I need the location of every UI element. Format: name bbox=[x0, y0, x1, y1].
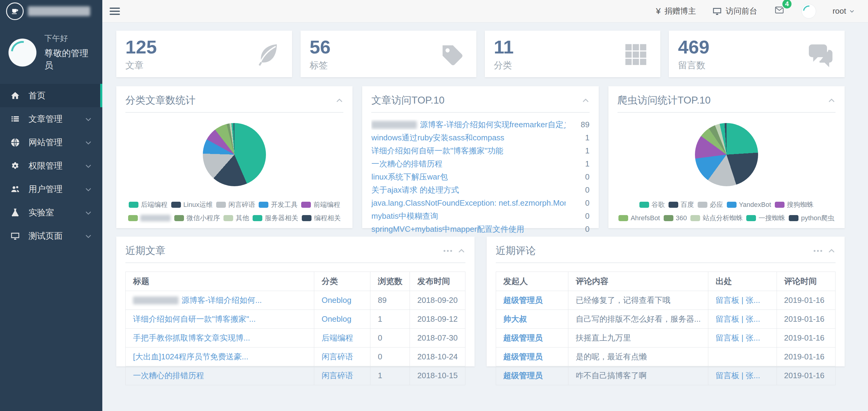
category-link[interactable]: 后端编程 bbox=[321, 333, 353, 342]
legend-item[interactable]: Linux运维 bbox=[171, 200, 213, 209]
donate-link[interactable]: ¥ 捐赠博主 bbox=[656, 6, 696, 17]
legend-item[interactable]: YandexBot bbox=[727, 200, 771, 209]
legend-item[interactable]: 360 bbox=[664, 213, 687, 223]
card-crawler-stats: 爬虫访问统计TOP.10 谷歌百度必应YandexBot搜狗蜘蛛AhrefsBo… bbox=[609, 86, 845, 228]
legend-item[interactable]: 服务器相关 bbox=[253, 213, 298, 223]
visit-site-link[interactable]: 访问前台 bbox=[712, 6, 757, 17]
collapse-icon[interactable] bbox=[828, 97, 836, 105]
sidebar-item-label: 网站管理 bbox=[29, 137, 63, 148]
category-link[interactable]: Oneblog bbox=[321, 314, 351, 324]
article-link[interactable]: 手把手教你抓取博客文章实现博... bbox=[133, 333, 250, 342]
top-article-row: windows通过ruby安装sass和compass1 bbox=[371, 131, 589, 144]
legend-label: YandexBot bbox=[739, 201, 771, 209]
view-count: 0 bbox=[585, 198, 589, 208]
sidebar-item-permissions[interactable]: 权限管理 bbox=[0, 154, 102, 177]
comment-source-link[interactable]: 留言板 | 张... bbox=[716, 333, 760, 342]
commenter-link[interactable]: 超级管理员 bbox=[503, 371, 543, 380]
legend-item[interactable]: 微信小程序 bbox=[174, 213, 220, 223]
sidebar-item-website[interactable]: 网站管理 bbox=[0, 130, 102, 154]
recent-comments-table: 发起人评论内容出处评论时间超级管理员已经修复了，记得查看下哦留言板 | 张...… bbox=[496, 271, 836, 385]
collapse-icon[interactable] bbox=[582, 97, 590, 105]
legend-item[interactable]: 站点分析蜘蛛 bbox=[690, 213, 743, 223]
legend-item[interactable]: AhrefsBot bbox=[618, 213, 660, 223]
avatar[interactable] bbox=[8, 38, 36, 66]
comment-source-link[interactable]: 留言板 | 张... bbox=[716, 371, 760, 380]
user-menu[interactable]: root bbox=[833, 6, 855, 16]
sidebar-item-test-page[interactable]: 测试页面 bbox=[0, 224, 102, 247]
sidebar-item-lab[interactable]: 实验室 bbox=[0, 201, 102, 224]
legend-label: 站点分析蜘蛛 bbox=[703, 213, 743, 223]
legend-chip bbox=[259, 202, 268, 208]
legend-item[interactable]: 谷歌 bbox=[640, 200, 665, 209]
legend-item[interactable]: 必应 bbox=[698, 200, 723, 209]
menu-toggle-icon[interactable] bbox=[110, 8, 120, 15]
comment-source-link[interactable]: 留言板 | 张... bbox=[716, 314, 760, 324]
legend-chip bbox=[174, 215, 184, 221]
article-link[interactable]: windows通过ruby安装sass和compass bbox=[371, 133, 504, 143]
sidebar-item-home[interactable]: 首页 bbox=[0, 84, 102, 107]
more-options-icon[interactable] bbox=[443, 250, 452, 252]
comment-date: 2019-01-16 bbox=[777, 348, 835, 366]
article-link[interactable]: 关于ajax请求 的处理方式 bbox=[371, 185, 459, 195]
article-link[interactable]: 源博客-详细介绍如何... bbox=[133, 296, 262, 305]
article-link[interactable]: [大出血]1024程序员节免费送豪... bbox=[133, 352, 248, 361]
commenter-link[interactable]: 超级管理员 bbox=[503, 296, 543, 305]
legend-label: 谷歌 bbox=[652, 200, 665, 209]
legend-item[interactable]: 一搜蜘蛛 bbox=[746, 213, 785, 223]
messages-button[interactable]: 4 bbox=[774, 5, 785, 17]
legend-item[interactable]: 前端编程 bbox=[301, 200, 340, 209]
sidebar-item-label: 实验室 bbox=[29, 207, 54, 218]
category-pie-legend: 后端编程Linux运维闲言碎语开发工具前端编程微信小程序其他服务器相关编程相关 bbox=[125, 200, 343, 223]
stat-card-categories: 11分类 bbox=[485, 31, 661, 77]
category-pie-chart[interactable] bbox=[203, 123, 266, 186]
commenter-link[interactable]: 超级管理员 bbox=[503, 352, 543, 361]
top-article-row: 源博客-详细介绍如何实现freemarker自定义标签89 bbox=[371, 118, 589, 131]
leaf-icon bbox=[255, 41, 281, 67]
legend-item[interactable]: 闲言碎语 bbox=[216, 200, 255, 209]
article-link[interactable]: 源博客-详细介绍如何实现freemarker自定义标签 bbox=[371, 119, 566, 130]
legend-item[interactable]: 其他 bbox=[223, 213, 249, 223]
collapse-icon[interactable] bbox=[336, 97, 343, 105]
collapse-icon[interactable] bbox=[458, 247, 465, 255]
user-avatar[interactable] bbox=[802, 4, 816, 19]
article-link[interactable]: 详细介绍如何自研一款"博客搬家"功能 bbox=[371, 146, 503, 156]
legend-item[interactable]: 编程相关 bbox=[302, 213, 341, 223]
legend-item[interactable]: 百度 bbox=[669, 200, 694, 209]
article-link[interactable]: mybatis中模糊查询 bbox=[371, 211, 438, 222]
top-articles-list: 源博客-详细介绍如何实现freemarker自定义标签89windows通过ru… bbox=[371, 118, 589, 249]
comment-date: 2019-01-16 bbox=[777, 291, 835, 310]
grid-icon bbox=[623, 41, 649, 67]
commenter-link[interactable]: 帅大叔 bbox=[503, 314, 527, 324]
article-link[interactable]: 一次糟心的排错历程 bbox=[133, 371, 204, 380]
legend-item[interactable]: 开发工具 bbox=[259, 200, 298, 209]
more-options-icon[interactable] bbox=[814, 250, 822, 252]
legend-chip bbox=[618, 215, 628, 221]
crawler-pie-legend: 谷歌百度必应YandexBot搜狗蜘蛛AhrefsBot360站点分析蜘蛛一搜蜘… bbox=[618, 200, 836, 223]
article-link[interactable]: 详细介绍如何自研一款"博客搬家"... bbox=[133, 314, 256, 324]
category-link[interactable]: Oneblog bbox=[321, 296, 351, 305]
legend-item[interactable] bbox=[128, 213, 170, 223]
category-link[interactable]: 闲言碎语 bbox=[321, 371, 353, 380]
crawler-pie-chart[interactable] bbox=[695, 123, 758, 186]
users-icon bbox=[10, 184, 22, 194]
sidebar-item-articles[interactable]: 文章管理 bbox=[0, 107, 102, 130]
top-article-row: springMVC+mybatis中mapper配置文件使用0 bbox=[371, 223, 589, 236]
table-row: 超级管理员是的呢，最近有点懒2019-01-16 bbox=[496, 348, 836, 366]
sidebar-item-users[interactable]: 用户管理 bbox=[0, 177, 102, 201]
legend-item[interactable]: 搜狗蜘蛛 bbox=[775, 200, 814, 209]
visit-label: 访问前台 bbox=[725, 6, 757, 17]
publish-date: 2018-07-30 bbox=[410, 329, 465, 348]
logo[interactable] bbox=[0, 0, 102, 22]
article-link[interactable]: 一次糟心的排错历程 bbox=[371, 158, 442, 169]
tag-icon bbox=[439, 41, 465, 67]
commenter-link[interactable]: 超级管理员 bbox=[503, 333, 543, 342]
column-header: 发布时间 bbox=[410, 272, 465, 291]
legend-item[interactable]: 后端编程 bbox=[129, 200, 167, 209]
article-link[interactable]: springMVC+mybatis中mapper配置文件使用 bbox=[371, 224, 524, 235]
category-link[interactable]: 闲言碎语 bbox=[321, 352, 353, 361]
comment-source-link[interactable]: 留言板 | 张... bbox=[716, 296, 760, 305]
article-link[interactable]: linux系统下解压war包 bbox=[371, 172, 447, 182]
collapse-icon[interactable] bbox=[828, 247, 836, 255]
article-link[interactable]: java.lang.ClassNotFoundException: net.sf… bbox=[371, 198, 566, 208]
legend-item[interactable]: python爬虫 bbox=[789, 213, 834, 223]
